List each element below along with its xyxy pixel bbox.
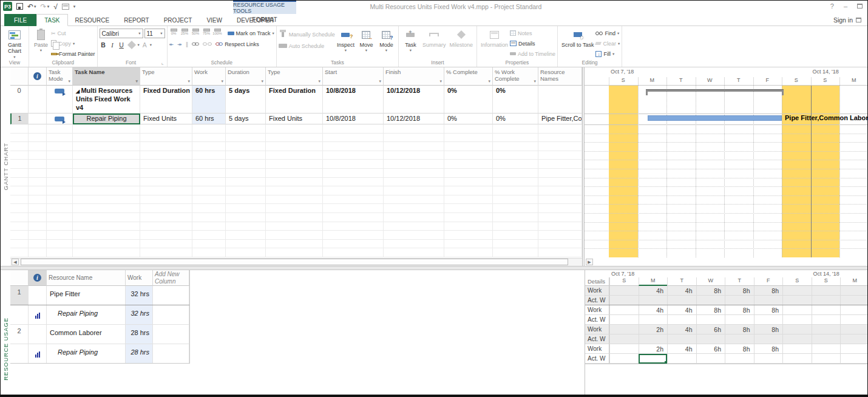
tp-cell[interactable] <box>696 315 725 325</box>
column-header-task_mode[interactable]: Task Mode▾ <box>47 67 73 86</box>
find-button[interactable]: Find▾ <box>595 29 620 38</box>
task-row1-resources[interactable]: Pipe Fitter,Common Laborer <box>538 114 582 124</box>
tp-cell[interactable] <box>639 334 668 344</box>
tab-view[interactable]: VIEW <box>199 14 229 26</box>
unlink-tasks-icon[interactable] <box>203 42 212 46</box>
custom-macro-icon[interactable]: √ <box>53 2 58 11</box>
insert-summary-button[interactable]: Summary <box>421 27 448 48</box>
task-row1-task_name[interactable]: Repair Piping <box>73 114 140 124</box>
empty-task-row[interactable] <box>10 169 582 178</box>
empty-task-row[interactable] <box>10 195 582 205</box>
tp-cell[interactable]: 6h <box>696 344 725 354</box>
tp-cell[interactable] <box>725 296 754 305</box>
timescale-day-label[interactable]: M <box>638 77 667 83</box>
empty-task-row[interactable] <box>10 213 582 222</box>
tab-task[interactable]: TASK <box>36 14 67 26</box>
filter-arrow-icon[interactable]: ▾ <box>379 79 381 84</box>
tp-cell[interactable] <box>609 296 639 305</box>
auto-schedule-button[interactable]: Auto Schedule <box>279 41 335 50</box>
resource-row1-addnew[interactable] <box>153 305 189 325</box>
empty-task-row[interactable] <box>10 222 582 231</box>
timescale-day-label[interactable]: F <box>753 77 782 83</box>
tp-cell[interactable]: 8h <box>725 325 754 334</box>
tp-cell[interactable] <box>609 334 639 344</box>
tp-cell[interactable] <box>812 305 841 315</box>
timescale-day-label[interactable]: S <box>609 77 638 83</box>
hscroll-left-arrow[interactable]: ◀ <box>12 259 19 265</box>
resource-row1-rownum[interactable] <box>10 305 29 325</box>
undo-icon[interactable]: ↶▾ <box>27 2 36 11</box>
pct50-button[interactable]: 50% <box>191 29 200 35</box>
tp-week-label[interactable]: Oct 14, '18 <box>813 271 839 277</box>
timescale-day-label[interactable]: M <box>839 77 868 83</box>
tp-cell[interactable] <box>840 305 868 315</box>
tp-cell[interactable] <box>609 325 639 334</box>
task-row0-finish[interactable]: 10/12/2018 <box>384 86 444 114</box>
tp-cell[interactable] <box>754 296 783 305</box>
indent-task-icon[interactable]: ↠ <box>177 39 182 49</box>
details-button[interactable]: Details <box>510 39 555 48</box>
gantt-chart-button[interactable]: Gantt Chart▾ <box>2 27 27 59</box>
tp-cell[interactable] <box>609 286 639 296</box>
filter-arrow-icon[interactable]: ▾ <box>261 79 263 84</box>
empty-task-row[interactable] <box>10 160 582 169</box>
tp-cell[interactable] <box>782 305 812 315</box>
timescale-day-label[interactable]: T <box>666 77 696 83</box>
tp-cell[interactable] <box>782 334 812 344</box>
task-row0-task_mode[interactable] <box>47 86 73 114</box>
resource-row3-addnew[interactable] <box>153 344 189 364</box>
tp-cell[interactable] <box>840 315 868 325</box>
tp-cell[interactable] <box>667 354 696 364</box>
tp-cell[interactable] <box>609 315 639 325</box>
help-button[interactable]: ? <box>830 2 834 10</box>
mark-on-track-button[interactable]: Mark on Track▾ <box>228 29 274 38</box>
filter-arrow-icon[interactable]: ▾ <box>188 79 190 84</box>
resource-row0-info[interactable] <box>29 286 47 305</box>
timescale-day-label[interactable]: W <box>696 77 725 83</box>
tp-cell[interactable] <box>812 296 841 305</box>
tab-report[interactable]: REPORT <box>117 14 157 26</box>
task-row0-type[interactable]: Fixed Duration <box>140 86 192 114</box>
copy-button[interactable]: Copy▾ <box>51 39 95 48</box>
tp-cell[interactable] <box>696 334 725 344</box>
task-row1-start[interactable]: 10/8/2018 <box>323 114 384 124</box>
tp-cell[interactable] <box>812 315 841 325</box>
tp-cell[interactable] <box>812 354 841 364</box>
summary-task-bar[interactable] <box>646 89 784 92</box>
empty-task-row[interactable] <box>10 124 582 134</box>
tp-cell[interactable]: 4h <box>667 344 696 354</box>
font-color-button[interactable]: A <box>141 41 149 49</box>
tp-cell[interactable]: 8h <box>696 286 725 296</box>
cut-button[interactable]: ✂Cut <box>51 29 95 38</box>
filter-arrow-icon[interactable]: ▾ <box>318 79 320 84</box>
tp-day-header[interactable]: S <box>782 277 812 286</box>
task-row0-rownum[interactable]: 0 <box>10 86 29 114</box>
sign-in-link[interactable]: Sign in <box>833 16 853 24</box>
tp-details-header[interactable]: Details <box>585 277 609 286</box>
empty-task-row[interactable] <box>10 142 582 151</box>
empty-task-row[interactable] <box>10 186 582 195</box>
column-header-pct_complete[interactable]: % Complete▾ <box>444 67 493 86</box>
task-row1-finish[interactable]: 10/12/2018 <box>384 114 444 124</box>
split-task-icon[interactable]: ∥ <box>186 39 189 49</box>
tp-cell[interactable] <box>812 334 841 344</box>
tp-cell[interactable]: 2h <box>639 325 668 334</box>
pct75-button[interactable]: 75% <box>202 29 211 35</box>
outdent-task-icon[interactable]: ↞ <box>169 39 174 49</box>
column-header-start[interactable]: Start▾ <box>323 67 384 86</box>
task-row0-type2[interactable]: Fixed Duration <box>266 86 323 114</box>
resource-column-header-info[interactable]: i <box>29 270 47 286</box>
filter-arrow-icon[interactable]: ▾ <box>68 79 70 84</box>
timescale-day-label[interactable]: T <box>724 77 753 83</box>
tab-format[interactable]: FORMAT <box>233 14 296 26</box>
timescale-week-label[interactable]: Oct 14, '18 <box>813 69 839 75</box>
column-header-pct_work_complete[interactable]: % Work Complete▾ <box>493 67 538 86</box>
tp-cell[interactable] <box>609 305 639 315</box>
filter-arrow-icon[interactable]: ▾ <box>534 79 536 84</box>
tp-day-header[interactable]: T <box>667 277 696 286</box>
resource-column-header-name[interactable]: Resource Name <box>47 270 126 286</box>
tp-cell[interactable] <box>812 325 841 334</box>
task-row1-rownum[interactable]: 1 <box>10 114 29 124</box>
font-dialog-launcher[interactable]: ⌞ <box>161 59 164 66</box>
tp-cell[interactable] <box>782 315 812 325</box>
